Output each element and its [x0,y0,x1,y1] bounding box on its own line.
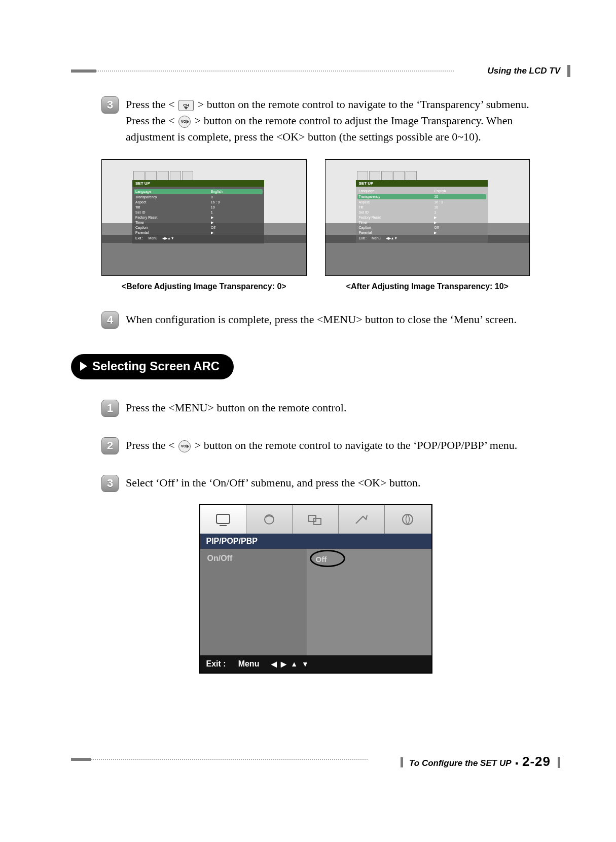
osd-title: SET UP [132,180,264,187]
step-text: Select ‘Off’ in the ‘On/Off’ submenu, an… [126,475,421,491]
step-3-select-off: 3 Select ‘Off’ in the ‘On/Off’ submenu, … [101,475,555,492]
figure-row: SET UP LanguageEnglish Transparency0 Asp… [101,159,530,276]
text-fragment: Press the < [126,439,175,451]
step-text: Press the <MENU> button on the remote co… [126,400,346,416]
page-number: 2-29 [522,754,551,769]
caption-after: <After Adjusting Image Transparency: 10> [325,282,530,291]
text-fragment: Press the < [126,98,175,111]
osd-tab-bar [200,505,431,534]
osd-footer: Exit : Menu ◀ ▶ ▲ ▼ [200,655,431,673]
highlight-oval [310,550,345,567]
osd-pip-menu: PIP/POP/PBP On/Off Off Exit : Menu ◀ ▶ ▲… [199,504,432,674]
step-3-transparency: 3 Press the < CH > button on the remote … [101,96,555,145]
osd-before: SET UP LanguageEnglish Transparency0 Asp… [132,170,264,243]
step-number-badge: 2 [101,437,119,454]
step-number-badge: 3 [101,475,119,492]
screenshot-before: SET UP LanguageEnglish Transparency0 Asp… [101,159,307,276]
section-heading: Selecting Screen ARC [71,354,234,379]
osd-tab-icon [385,505,431,534]
osd-tab-icon [200,505,246,534]
step-text: Press the < CH > button on the remote co… [126,96,555,145]
play-icon [80,362,87,371]
ch-down-button-icon: CH [178,100,194,111]
step-4-close-menu: 4 When configuration is complete, press … [101,311,555,329]
osd-tab-icon [246,505,293,534]
osd-after: SET UP LanguageEnglish Transparency10 As… [356,170,488,243]
svg-rect-9 [216,514,230,523]
caption-before: <Before Adjusting Image Transparency: 0> [101,282,307,291]
step-number-badge: 1 [101,400,119,417]
step-text: Press the < VOL > button on the remote c… [126,437,517,453]
svg-point-14 [403,514,413,524]
osd-large-title: PIP/POP/PBP [200,534,431,549]
section-title: Selecting Screen ARC [92,359,220,373]
step-number-badge: 3 [101,96,119,114]
osd-tab-icon [339,505,385,534]
screenshot-after: SET UP LanguageEnglish Transparency10 As… [325,159,530,276]
osd-tab-icon [293,505,339,534]
vol-right-button-icon: VOL [178,440,191,452]
vol-right-button-icon: VOL [178,116,191,128]
figure-captions: <Before Adjusting Image Transparency: 0>… [101,282,530,291]
osd-footer-arrows: ◀ ▶ ▲ ▼ [271,660,309,668]
osd-footer-exit: Exit : [206,659,226,669]
footer-rule: To Configure the SET UP ■ 2-29 [71,754,560,766]
header-section-label: Using the LCD TV [487,66,560,76]
footer-square-icon: ■ [516,761,518,766]
footer-label: To Configure the SET UP [409,758,511,768]
step-2-navigate-pip: 2 Press the < VOL > button on the remote… [101,437,555,454]
step-number-badge: 4 [101,311,119,329]
step-1-press-menu: 1 Press the <MENU> button on the remote … [101,400,555,417]
osd-menu-item-onoff: On/Off [207,554,300,563]
header-rule: Using the LCD TV [71,61,560,71]
osd-title: SET UP [356,180,488,187]
osd-right-panel: Off [307,549,431,655]
step-text: When configuration is complete, press th… [126,311,517,328]
osd-footer-menu: Menu [238,659,260,669]
text-fragment: > button on the remote control to naviga… [195,439,518,451]
osd-left-panel: On/Off [200,549,307,655]
